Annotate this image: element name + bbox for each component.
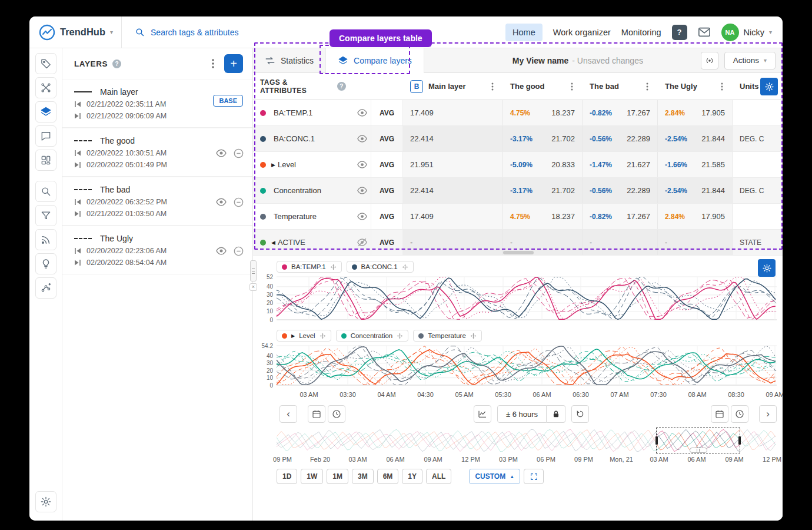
- aggregation-select[interactable]: AVG: [371, 178, 403, 203]
- row-visibility-toggle[interactable]: [353, 204, 371, 229]
- brush-handle-left[interactable]: [655, 436, 658, 445]
- expand-arrow[interactable]: ▶: [271, 162, 275, 168]
- layer-item-the-bad[interactable]: The bad 02/20/2022 06:32:52 PM 02/21/202…: [62, 177, 252, 226]
- timeline-overview[interactable]: [277, 428, 777, 453]
- column-menu-button[interactable]: [568, 80, 575, 93]
- chart-settings-button[interactable]: [758, 259, 776, 277]
- step-forward-button[interactable]: ›: [759, 405, 777, 423]
- legend-chip-level[interactable]: ▶ Level: [277, 330, 331, 342]
- sidebar-item-tags[interactable]: [35, 53, 56, 74]
- zoom-1d-button[interactable]: 1D: [277, 469, 297, 484]
- chart-panel-1[interactable]: 52403020100: [253, 274, 777, 323]
- tab-compare-layers[interactable]: Compare layers: [325, 48, 424, 73]
- panel-splitter[interactable]: ×: [249, 260, 257, 291]
- aggregation-select[interactable]: AVG: [371, 230, 403, 255]
- mail-icon[interactable]: [698, 26, 711, 38]
- time-range-button[interactable]: ± 6 hours: [497, 405, 547, 423]
- table-settings-button[interactable]: [760, 78, 778, 95]
- aggregation-select[interactable]: AVG: [371, 152, 403, 177]
- zoom-1m-button[interactable]: 1M: [327, 469, 348, 484]
- layer-visibility-toggle[interactable]: [215, 245, 227, 257]
- layer-item-main[interactable]: Main layer 02/21/2022 02:35:11 AM 02/21/…: [62, 79, 252, 128]
- drag-handle-icon[interactable]: [320, 333, 326, 339]
- layer-visibility-toggle[interactable]: [215, 147, 227, 159]
- legend-chip-concentration[interactable]: Concentration: [336, 330, 409, 342]
- row-visibility-toggle[interactable]: [353, 178, 371, 203]
- help-circle-icon[interactable]: ?: [112, 59, 121, 68]
- table-horizontal-scrollbar[interactable]: [503, 251, 534, 254]
- step-back-button[interactable]: ‹: [279, 405, 297, 423]
- nav-item-home[interactable]: Home: [505, 24, 543, 41]
- sidebar-item-search[interactable]: [35, 181, 56, 202]
- nav-item-monitoring[interactable]: Monitoring: [621, 28, 661, 37]
- sidebar-item-layers[interactable]: [35, 101, 56, 122]
- brush-drag-grip[interactable]: [690, 448, 707, 453]
- table-row-level[interactable]: ▶Level AVG 21.951 -5.09%20.833 -1.47%21.…: [253, 152, 783, 178]
- legend-chip-ba-temp-1[interactable]: BA:TEMP.1: [277, 261, 342, 273]
- chart-style-button[interactable]: [474, 405, 491, 423]
- expand-arrow[interactable]: ▶: [291, 333, 295, 339]
- row-visibility-toggle[interactable]: [353, 100, 371, 125]
- drag-handle-icon[interactable]: [402, 264, 408, 270]
- zoom-3m-button[interactable]: 3M: [352, 469, 374, 484]
- calendar-start-button[interactable]: [308, 405, 325, 423]
- chart-panel-2[interactable]: 54.2403020100: [253, 343, 777, 389]
- zoom-all-button[interactable]: ALL: [426, 469, 451, 484]
- table-row-ba-temp-1[interactable]: BA:TEMP.1 AVG 17.409 4.75%18.237 -0.82%1…: [253, 100, 783, 126]
- brush-handle-right[interactable]: [738, 436, 741, 445]
- tab-statistics[interactable]: Statistics: [253, 48, 325, 73]
- nav-item-work-organizer[interactable]: Work organizer: [553, 28, 611, 37]
- column-menu-button[interactable]: [489, 80, 496, 93]
- splitter-grip[interactable]: [250, 260, 257, 281]
- sidebar-item-ideas[interactable]: [35, 253, 56, 274]
- table-row-concentration[interactable]: Concentration AVG 22.414 -3.17%21.702 -0…: [253, 178, 783, 204]
- splitter-close-button[interactable]: ×: [249, 283, 257, 291]
- layers-menu-button[interactable]: [207, 56, 219, 71]
- clock-end-button[interactable]: [731, 405, 748, 423]
- column-menu-button[interactable]: [718, 80, 726, 93]
- drag-handle-icon[interactable]: [330, 264, 337, 270]
- search-input[interactable]: Search tags & attributes: [122, 27, 505, 37]
- sidebar-item-comments[interactable]: [35, 125, 56, 147]
- sidebar-item-signal[interactable]: [35, 229, 56, 250]
- layer-visibility-toggle[interactable]: [215, 196, 227, 208]
- lock-range-button[interactable]: [547, 405, 565, 423]
- sidebar-item-correlations[interactable]: [35, 277, 56, 299]
- sidebar-item-dashboards[interactable]: [35, 150, 56, 171]
- zoom-6m-button[interactable]: 6M: [377, 469, 399, 484]
- zoom-custom-button[interactable]: CUSTOM▲: [469, 469, 520, 484]
- help-button[interactable]: ?: [672, 25, 687, 40]
- actions-button[interactable]: Actions▾: [724, 52, 776, 69]
- row-visibility-toggle-off[interactable]: [353, 230, 371, 255]
- remove-layer-button[interactable]: [233, 246, 244, 257]
- help-circle-icon[interactable]: ?: [337, 82, 346, 91]
- chevron-down-icon[interactable]: ▾: [110, 29, 113, 35]
- aggregation-select[interactable]: AVG: [371, 100, 403, 125]
- aggregation-select[interactable]: AVG: [371, 126, 403, 151]
- layer-item-the-good[interactable]: The good 02/20/2022 10:30:51 AM 02/20/20…: [62, 128, 252, 177]
- sidebar-item-alarms[interactable]: [35, 77, 56, 98]
- aggregation-select[interactable]: AVG: [371, 204, 403, 229]
- broadcast-button[interactable]: [701, 52, 718, 69]
- column-menu-button[interactable]: [644, 80, 651, 93]
- legend-chip-temperature[interactable]: Temperature: [413, 330, 482, 342]
- expand-timeline-button[interactable]: [524, 469, 544, 484]
- table-row-temperature[interactable]: Temperature AVG 17.409 4.75%18.237 -0.82…: [253, 204, 783, 230]
- timeline-selection-brush[interactable]: [656, 428, 740, 453]
- calendar-end-button[interactable]: [711, 405, 728, 423]
- row-visibility-toggle[interactable]: [353, 126, 371, 151]
- sidebar-item-filter[interactable]: [35, 205, 56, 226]
- clock-start-button[interactable]: [328, 405, 345, 423]
- user-menu[interactable]: NA Nicky ▾: [721, 24, 772, 41]
- remove-layer-button[interactable]: [233, 197, 244, 208]
- zoom-1y-button[interactable]: 1Y: [402, 469, 422, 484]
- drag-handle-icon[interactable]: [470, 333, 477, 339]
- add-layer-button[interactable]: +: [224, 54, 243, 73]
- layer-item-the-ugly[interactable]: The Ugly 02/20/2022 02:23:06 AM 02/20/20…: [62, 226, 252, 274]
- collapse-arrow[interactable]: ◀: [271, 240, 275, 246]
- sidebar-item-settings[interactable]: [35, 491, 56, 512]
- table-row-ba-conc-1[interactable]: BA:CONC.1 AVG 22.414 -3.17%21.702 -0.56%…: [253, 126, 783, 152]
- drag-handle-icon[interactable]: [397, 333, 403, 339]
- legend-chip-ba-conc-1[interactable]: BA:CONC.1: [347, 261, 414, 273]
- remove-layer-button[interactable]: [233, 148, 244, 159]
